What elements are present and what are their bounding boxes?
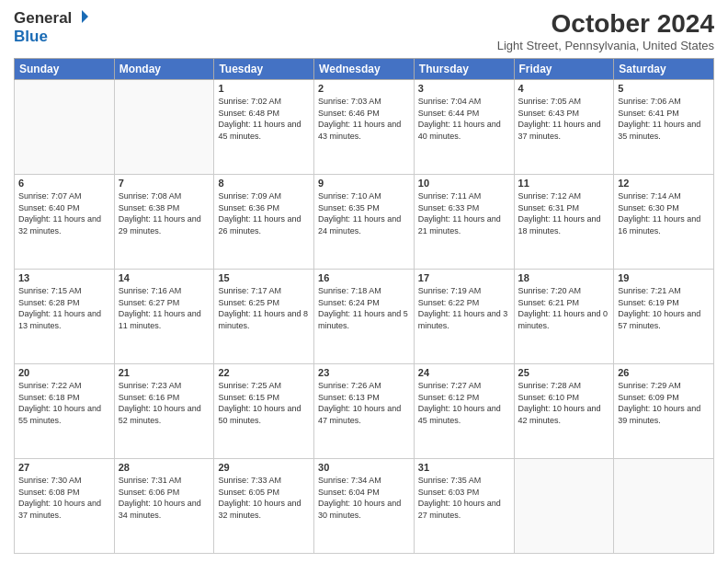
day-info: Sunrise: 7:12 AM Sunset: 6:31 PM Dayligh… <box>518 190 610 236</box>
day-of-week-sunday: Sunday <box>15 59 115 80</box>
day-info: Sunrise: 7:22 AM Sunset: 6:18 PM Dayligh… <box>18 380 110 426</box>
calendar-cell: 27Sunrise: 7:30 AM Sunset: 6:08 PM Dayli… <box>15 459 115 554</box>
calendar-week-1: 1Sunrise: 7:02 AM Sunset: 6:48 PM Daylig… <box>15 80 714 175</box>
day-number: 18 <box>518 272 610 283</box>
calendar-week-5: 27Sunrise: 7:30 AM Sunset: 6:08 PM Dayli… <box>15 459 714 554</box>
logo-flag-icon <box>74 9 89 28</box>
logo-blue-text: Blue <box>14 28 48 46</box>
day-number: 26 <box>618 367 710 378</box>
day-info: Sunrise: 7:26 AM Sunset: 6:13 PM Dayligh… <box>318 380 410 426</box>
calendar-cell: 31Sunrise: 7:35 AM Sunset: 6:03 PM Dayli… <box>414 459 514 554</box>
day-info: Sunrise: 7:25 AM Sunset: 6:15 PM Dayligh… <box>218 380 310 426</box>
calendar-cell: 11Sunrise: 7:12 AM Sunset: 6:31 PM Dayli… <box>514 175 614 270</box>
title-area: October 2024 Light Street, Pennsylvania,… <box>497 9 714 52</box>
day-number: 2 <box>318 83 410 94</box>
day-info: Sunrise: 7:23 AM Sunset: 6:16 PM Dayligh… <box>119 380 210 426</box>
calendar-week-4: 20Sunrise: 7:22 AM Sunset: 6:18 PM Dayli… <box>15 364 714 459</box>
day-info: Sunrise: 7:06 AM Sunset: 6:41 PM Dayligh… <box>618 96 710 142</box>
day-info: Sunrise: 7:16 AM Sunset: 6:27 PM Dayligh… <box>119 285 210 331</box>
day-number: 16 <box>318 272 410 283</box>
day-number: 5 <box>618 83 710 94</box>
day-of-week-friday: Friday <box>514 59 614 80</box>
calendar-cell: 28Sunrise: 7:31 AM Sunset: 6:06 PM Dayli… <box>114 459 214 554</box>
day-number: 23 <box>318 367 410 378</box>
day-number: 25 <box>518 367 610 378</box>
day-number: 21 <box>119 367 210 378</box>
day-number: 1 <box>218 83 310 94</box>
calendar-table: SundayMondayTuesdayWednesdayThursdayFrid… <box>14 58 714 554</box>
calendar-cell <box>15 80 115 175</box>
day-info: Sunrise: 7:11 AM Sunset: 6:33 PM Dayligh… <box>418 190 510 236</box>
day-of-week-wednesday: Wednesday <box>314 59 415 80</box>
calendar-cell <box>114 80 214 175</box>
calendar-cell: 2Sunrise: 7:03 AM Sunset: 6:46 PM Daylig… <box>314 80 415 175</box>
day-info: Sunrise: 7:19 AM Sunset: 6:22 PM Dayligh… <box>418 285 510 331</box>
calendar-cell: 22Sunrise: 7:25 AM Sunset: 6:15 PM Dayli… <box>214 364 314 459</box>
day-info: Sunrise: 7:02 AM Sunset: 6:48 PM Dayligh… <box>218 96 310 142</box>
page: General Blue October 2024 Light Street, … <box>0 0 728 563</box>
day-info: Sunrise: 7:31 AM Sunset: 6:06 PM Dayligh… <box>119 475 210 521</box>
calendar-cell: 6Sunrise: 7:07 AM Sunset: 6:40 PM Daylig… <box>15 175 115 270</box>
calendar-cell: 29Sunrise: 7:33 AM Sunset: 6:05 PM Dayli… <box>214 459 314 554</box>
day-number: 13 <box>18 272 110 283</box>
day-info: Sunrise: 7:28 AM Sunset: 6:10 PM Dayligh… <box>518 380 610 426</box>
day-number: 12 <box>618 178 710 189</box>
day-info: Sunrise: 7:08 AM Sunset: 6:38 PM Dayligh… <box>119 190 210 236</box>
day-info: Sunrise: 7:03 AM Sunset: 6:46 PM Dayligh… <box>318 96 410 142</box>
day-number: 3 <box>418 83 510 94</box>
day-of-week-thursday: Thursday <box>414 59 514 80</box>
calendar-week-3: 13Sunrise: 7:15 AM Sunset: 6:28 PM Dayli… <box>15 270 714 364</box>
day-number: 9 <box>318 178 410 189</box>
calendar-cell: 16Sunrise: 7:18 AM Sunset: 6:24 PM Dayli… <box>314 270 415 364</box>
day-number: 22 <box>218 367 310 378</box>
day-number: 28 <box>119 462 210 473</box>
day-info: Sunrise: 7:17 AM Sunset: 6:25 PM Dayligh… <box>218 285 310 331</box>
day-info: Sunrise: 7:10 AM Sunset: 6:35 PM Dayligh… <box>318 190 410 236</box>
day-number: 11 <box>518 178 610 189</box>
calendar-cell: 15Sunrise: 7:17 AM Sunset: 6:25 PM Dayli… <box>214 270 314 364</box>
day-info: Sunrise: 7:05 AM Sunset: 6:43 PM Dayligh… <box>518 96 610 142</box>
day-info: Sunrise: 7:35 AM Sunset: 6:03 PM Dayligh… <box>418 475 510 521</box>
calendar-cell: 30Sunrise: 7:34 AM Sunset: 6:04 PM Dayli… <box>314 459 415 554</box>
calendar-cell: 3Sunrise: 7:04 AM Sunset: 6:44 PM Daylig… <box>414 80 514 175</box>
calendar-cell: 8Sunrise: 7:09 AM Sunset: 6:36 PM Daylig… <box>214 175 314 270</box>
day-info: Sunrise: 7:20 AM Sunset: 6:21 PM Dayligh… <box>518 285 610 331</box>
day-number: 17 <box>418 272 510 283</box>
calendar-cell: 12Sunrise: 7:14 AM Sunset: 6:30 PM Dayli… <box>614 175 714 270</box>
day-info: Sunrise: 7:29 AM Sunset: 6:09 PM Dayligh… <box>618 380 710 426</box>
day-number: 7 <box>119 178 210 189</box>
calendar-header-row: SundayMondayTuesdayWednesdayThursdayFrid… <box>15 59 714 80</box>
day-number: 15 <box>218 272 310 283</box>
header: General Blue October 2024 Light Street, … <box>14 9 714 52</box>
day-info: Sunrise: 7:33 AM Sunset: 6:05 PM Dayligh… <box>218 475 310 521</box>
calendar-cell: 17Sunrise: 7:19 AM Sunset: 6:22 PM Dayli… <box>414 270 514 364</box>
day-of-week-tuesday: Tuesday <box>214 59 314 80</box>
calendar-cell: 23Sunrise: 7:26 AM Sunset: 6:13 PM Dayli… <box>314 364 415 459</box>
day-of-week-monday: Monday <box>114 59 214 80</box>
calendar-week-2: 6Sunrise: 7:07 AM Sunset: 6:40 PM Daylig… <box>15 175 714 270</box>
calendar-cell: 1Sunrise: 7:02 AM Sunset: 6:48 PM Daylig… <box>214 80 314 175</box>
day-number: 30 <box>318 462 410 473</box>
day-number: 20 <box>18 367 110 378</box>
day-info: Sunrise: 7:18 AM Sunset: 6:24 PM Dayligh… <box>318 285 410 331</box>
month-title: October 2024 <box>497 9 714 39</box>
calendar-cell: 21Sunrise: 7:23 AM Sunset: 6:16 PM Dayli… <box>114 364 214 459</box>
day-info: Sunrise: 7:14 AM Sunset: 6:30 PM Dayligh… <box>618 190 710 236</box>
calendar-cell: 13Sunrise: 7:15 AM Sunset: 6:28 PM Dayli… <box>15 270 115 364</box>
calendar-cell: 14Sunrise: 7:16 AM Sunset: 6:27 PM Dayli… <box>114 270 214 364</box>
calendar-cell: 4Sunrise: 7:05 AM Sunset: 6:43 PM Daylig… <box>514 80 614 175</box>
day-number: 27 <box>18 462 110 473</box>
calendar-cell: 19Sunrise: 7:21 AM Sunset: 6:19 PM Dayli… <box>614 270 714 364</box>
day-number: 14 <box>119 272 210 283</box>
calendar-cell: 25Sunrise: 7:28 AM Sunset: 6:10 PM Dayli… <box>514 364 614 459</box>
calendar-cell: 10Sunrise: 7:11 AM Sunset: 6:33 PM Dayli… <box>414 175 514 270</box>
day-number: 4 <box>518 83 610 94</box>
day-info: Sunrise: 7:07 AM Sunset: 6:40 PM Dayligh… <box>18 190 110 236</box>
calendar-cell <box>514 459 614 554</box>
calendar-cell: 5Sunrise: 7:06 AM Sunset: 6:41 PM Daylig… <box>614 80 714 175</box>
calendar-cell: 18Sunrise: 7:20 AM Sunset: 6:21 PM Dayli… <box>514 270 614 364</box>
logo: General Blue <box>14 9 89 46</box>
location: Light Street, Pennsylvania, United State… <box>497 39 714 52</box>
calendar-cell <box>614 459 714 554</box>
day-number: 19 <box>618 272 710 283</box>
